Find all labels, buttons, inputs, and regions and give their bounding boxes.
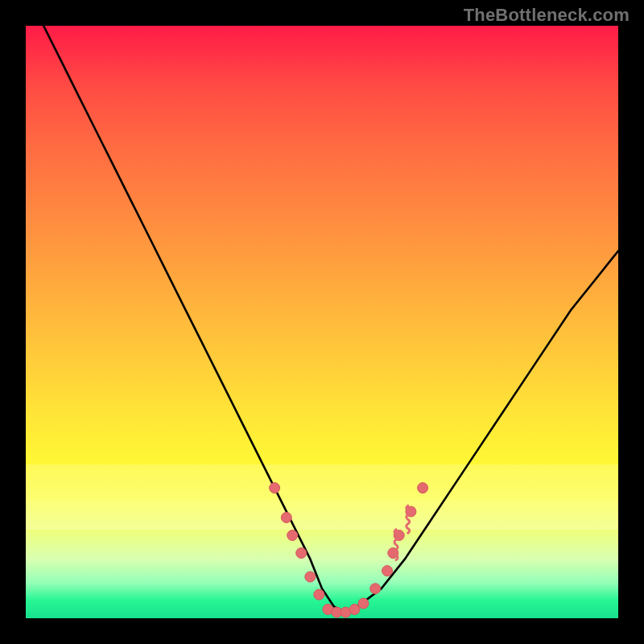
data-point-dot	[418, 483, 428, 493]
data-point-dot	[281, 512, 291, 522]
data-point-dot	[270, 483, 280, 493]
data-point-dot	[341, 607, 351, 617]
data-point-dot	[382, 566, 393, 576]
bottleneck-curve	[43, 26, 618, 613]
chart-plot-area	[26, 26, 618, 618]
scribble-mark	[394, 530, 398, 560]
data-point-dot	[314, 589, 324, 600]
data-point-dot	[323, 605, 333, 615]
data-point-dot	[370, 584, 381, 594]
data-point-dot	[305, 572, 316, 582]
scribble-marks	[394, 506, 410, 559]
data-point-dot	[332, 607, 342, 617]
data-point-dot	[388, 548, 398, 559]
highlighted-points	[270, 483, 428, 618]
haze-band-1	[26, 464, 618, 500]
data-point-dot	[394, 530, 404, 541]
data-point-dot	[358, 598, 369, 609]
data-point-dot	[349, 605, 360, 615]
outer-frame: TheBottleneck.com	[0, 0, 644, 644]
chart-svg	[26, 26, 618, 618]
data-point-dot	[406, 506, 416, 517]
scribble-mark	[407, 506, 410, 533]
haze-band-2	[26, 500, 618, 530]
data-point-dot	[296, 548, 307, 559]
watermark-text: TheBottleneck.com	[464, 5, 630, 26]
data-point-dot	[287, 530, 298, 541]
